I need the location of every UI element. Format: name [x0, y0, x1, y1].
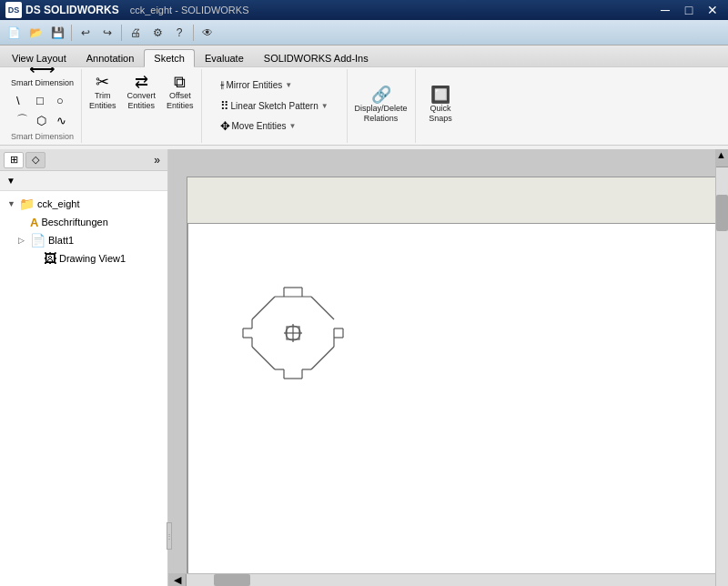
- panel-toolbar: ▼: [0, 171, 167, 191]
- arc-icon: ⌒: [16, 112, 28, 128]
- drawing-area: [187, 177, 719, 577]
- circle-icon: ○: [56, 94, 64, 107]
- svg-line-1: [311, 297, 334, 319]
- ribbon-content: ⟷ Smart Dimension \ □ ○ ⌒ ⬡ ∿ Smart Dime…: [0, 67, 728, 146]
- main-canvas[interactable]: [168, 149, 728, 586]
- close-button[interactable]: ✕: [703, 0, 723, 20]
- quick-snaps-icon: 🔲: [430, 86, 450, 103]
- ribbon-tabs: View Layout Annotation Sketch Evaluate S…: [0, 45, 728, 67]
- scroll-left-button[interactable]: ◀: [168, 574, 187, 586]
- display-delete-icon: 🔗: [371, 86, 391, 103]
- svg-line-13: [252, 347, 275, 369]
- spline-button[interactable]: ∿: [53, 110, 72, 130]
- display-content: 🔗 Display/DeleteRelations: [351, 71, 411, 139]
- print-button[interactable]: 🖨: [126, 23, 146, 43]
- open-button[interactable]: 📂: [25, 23, 46, 43]
- separator: [71, 25, 72, 41]
- move-entities-button[interactable]: ✥ Move Entities ▼: [216, 116, 301, 136]
- polygon-button[interactable]: ⬡: [33, 110, 52, 130]
- feature-tree-tab[interactable]: ⊞: [4, 152, 24, 168]
- group-trim-convert: ✂ TrimEntities ⇄ ConvertEntities ⧉ Offse…: [82, 69, 202, 143]
- offset-entities-button[interactable]: ⧉ OffsetEntities: [163, 71, 197, 114]
- maximize-button[interactable]: □: [679, 0, 699, 20]
- tree-item-root[interactable]: ▼ 📁 cck_eight: [0, 195, 167, 213]
- tree-item-beschriftungen[interactable]: A Beschriftungen: [0, 213, 167, 231]
- minimize-button[interactable]: ─: [655, 0, 675, 20]
- mirror-content: ⫳ Mirror Entities ▼ ⠿ Linear Sketch Patt…: [216, 71, 333, 139]
- convert-icon: ⇄: [135, 74, 148, 90]
- group-display-delete: 🔗 Display/DeleteRelations: [348, 69, 416, 143]
- trim-content: ✂ TrimEntities ⇄ ConvertEntities ⧉ Offse…: [86, 71, 197, 139]
- display-delete-label: Display/DeleteRelations: [355, 104, 408, 124]
- feature-tree: ▼ 📁 cck_eight A Beschriftungen ▷ 📄 Blatt…: [0, 191, 167, 586]
- smart-dimension-button[interactable]: ⟷ Smart Dimension: [7, 67, 77, 91]
- blatt1-label: Blatt1: [48, 235, 74, 246]
- group-mirror: ⫳ Mirror Entities ▼ ⠿ Linear Sketch Patt…: [202, 69, 348, 143]
- expand-panel-button[interactable]: »: [150, 154, 164, 167]
- rectangle-button[interactable]: □: [33, 92, 52, 109]
- scroll-thumb-v[interactable]: [716, 195, 728, 231]
- panel-resize-handle[interactable]: ⋮: [167, 522, 172, 550]
- offset-icon: ⧉: [174, 74, 186, 90]
- smart-dimension-icon: ⟷: [29, 67, 56, 77]
- ds-logo: DS: [5, 2, 22, 18]
- beschriftungen-icon: A: [30, 216, 38, 229]
- tree-item-drawingview1[interactable]: 🖼 Drawing View1: [0, 249, 167, 268]
- trim-entities-button[interactable]: ✂ TrimEntities: [86, 71, 120, 114]
- new-button[interactable]: 📄: [4, 23, 24, 43]
- tab-evaluate[interactable]: Evaluate: [195, 49, 254, 66]
- tab-annotation[interactable]: Annotation: [76, 49, 145, 66]
- line-button[interactable]: \: [13, 92, 32, 109]
- display-delete-button[interactable]: 🔗 Display/DeleteRelations: [351, 84, 411, 126]
- part-drawing: [225, 278, 361, 415]
- move-icon: ✥: [220, 119, 230, 133]
- linear-dropdown-icon[interactable]: ▼: [321, 102, 329, 110]
- tab-solidworks-addins[interactable]: SOLIDWORKS Add-Ins: [254, 49, 379, 66]
- spline-icon: ∿: [56, 114, 66, 127]
- beschriftungen-label: Beschriftungen: [41, 217, 107, 227]
- filter-button[interactable]: ▼: [4, 175, 18, 187]
- move-label: Move Entities: [232, 121, 287, 131]
- window-title: cck_eight - SOLIDWORKS: [130, 5, 249, 15]
- quick-snaps-label: QuickSnaps: [429, 104, 452, 124]
- arc-button[interactable]: ⌒: [13, 110, 32, 130]
- drawingview1-icon: 🖼: [44, 251, 56, 266]
- left-panel: ⊞ ◇ » ▼ ▼ 📁 cck_eight A Beschriftungen ▷…: [0, 149, 168, 586]
- circle-button[interactable]: ○: [53, 92, 72, 109]
- quick-access-toolbar: 📄 📂 💾 ↩ ↪ 🖨 ⚙ ? 👁: [0, 20, 728, 45]
- scroll-thumb-h[interactable]: [214, 574, 250, 586]
- tab-view-layout[interactable]: View Layout: [2, 49, 76, 66]
- tab-sketch[interactable]: Sketch: [144, 49, 195, 67]
- move-dropdown-icon[interactable]: ▼: [289, 122, 297, 130]
- mirror-icon: ⫳: [220, 78, 225, 93]
- property-tab[interactable]: ◇: [25, 152, 46, 168]
- svg-line-7: [311, 347, 334, 369]
- quick-snaps-button[interactable]: 🔲 QuickSnaps: [424, 84, 457, 126]
- expand-blatt1: ▷: [18, 236, 27, 245]
- separator2: [121, 25, 122, 41]
- save-button[interactable]: 💾: [47, 23, 67, 43]
- expand-root: ▼: [7, 199, 16, 208]
- redo-button[interactable]: ↪: [97, 23, 117, 43]
- separator3: [193, 25, 194, 41]
- linear-sketch-pattern-button[interactable]: ⠿ Linear Sketch Pattern ▼: [216, 96, 333, 116]
- mirror-entities-button[interactable]: ⫳ Mirror Entities ▼: [216, 76, 298, 96]
- app-logo: DS DS SOLIDWORKS: [5, 2, 119, 18]
- options-button[interactable]: ⚙: [147, 23, 167, 43]
- view-button[interactable]: 👁: [197, 23, 217, 43]
- trim-icon: ✂: [96, 74, 109, 90]
- undo-button[interactable]: ↩: [76, 23, 96, 43]
- tree-item-blatt1[interactable]: ▷ 📄 Blatt1: [0, 231, 167, 249]
- help-button[interactable]: ?: [169, 23, 189, 43]
- offset-label: OffsetEntities: [167, 91, 194, 111]
- root-label: cck_eight: [37, 198, 79, 209]
- panel-tabs: ⊞ ◇ »: [0, 149, 167, 171]
- convert-entities-button[interactable]: ⇄ ConvertEntities: [124, 71, 160, 114]
- horizontal-scrollbar[interactable]: ◀: [168, 573, 715, 586]
- scroll-up-button[interactable]: ▲: [716, 149, 728, 167]
- vertical-scrollbar[interactable]: ▲: [715, 149, 728, 586]
- snaps-content: 🔲 QuickSnaps: [424, 71, 457, 139]
- linear-pattern-icon: ⠿: [220, 99, 229, 113]
- mirror-dropdown-icon[interactable]: ▼: [285, 81, 292, 89]
- app-name: DS SOLIDWORKS: [25, 4, 119, 16]
